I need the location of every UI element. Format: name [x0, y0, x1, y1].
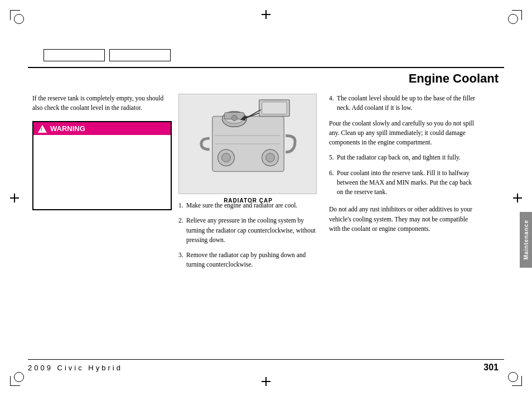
right-column: 4. The coolant level should be up to the…: [329, 94, 480, 234]
middle-instructions: 1. Make sure the engine and radiator are…: [178, 201, 318, 276]
page-title: Engine Coolant: [409, 71, 499, 86]
footer-model: 2009 Civic Hybrid: [28, 364, 123, 372]
steps-4-6: 4. The coolant level should be up to the…: [329, 94, 480, 197]
crosshair-top: [262, 10, 270, 19]
tab-boxes: [43, 49, 171, 61]
warning-label: WARNING: [50, 124, 85, 133]
warning-triangle-icon: [38, 125, 47, 133]
radiator-illustration: [179, 94, 316, 194]
footer: 2009 Civic Hybrid 301: [28, 363, 499, 373]
tab-box-2: [109, 49, 171, 61]
step-6: 6. Pour coolant into the reserve tank. F…: [329, 168, 480, 197]
tab-box-1: [43, 49, 105, 61]
footer-divider: [28, 359, 504, 360]
svg-rect-7: [262, 102, 287, 114]
circle-mark-tl: [14, 14, 24, 24]
step-2: 2. Relieve any pressure in the cooling s…: [178, 216, 318, 245]
warning-box: WARNING: [32, 121, 172, 210]
left-column: If the reserve tank is completely empty,…: [32, 94, 172, 216]
step-4-cont: Pour the coolant slowly and carefully so…: [329, 119, 480, 148]
crosshair-left: [10, 194, 19, 202]
maintenance-tab: Maintenance: [520, 212, 532, 268]
step-4a-text: The coolant level should be up to the ba…: [337, 95, 475, 111]
warning-body: [33, 135, 171, 207]
radiator-image: [178, 94, 317, 194]
step-3-text: Remove the radiator cap by pushing down …: [186, 252, 306, 268]
step-5-text: Put the radiator cap back on, and tighte…: [337, 154, 461, 161]
circle-mark-tr: [508, 14, 518, 24]
intro-text: If the reserve tank is completely empty,…: [32, 94, 172, 113]
svg-point-11: [222, 153, 231, 162]
svg-point-16: [231, 115, 237, 121]
crosshair-bottom: [262, 377, 270, 386]
step-3: 3. Remove the radiator cap by pushing do…: [178, 250, 318, 270]
step-4b-text: Pour the coolant slowly and carefully so…: [329, 120, 474, 146]
step-2-text: Relieve any pressure in the cooling syst…: [186, 217, 316, 243]
step-4: 4. The coolant level should be up to the…: [329, 94, 480, 113]
warning-header: WARNING: [33, 122, 171, 135]
image-area: RADIATOR CAP: [178, 94, 318, 204]
svg-point-13: [266, 153, 275, 162]
step-6-text: Pour coolant into the reserve tank. Fill…: [337, 170, 472, 196]
maintenance-tab-label: Maintenance: [523, 220, 529, 260]
steps-1-3: 1. Make sure the engine and radiator are…: [178, 201, 318, 270]
note-text: Do not add any rust inhibitors or other …: [329, 205, 480, 234]
step-5: 5. Put the radiator cap back on, and tig…: [329, 153, 480, 162]
circle-mark-bl: [14, 372, 24, 382]
step-1-text: Make sure the engine and radiator are co…: [186, 202, 297, 209]
circle-mark-br: [508, 372, 518, 382]
step-1: 1. Make sure the engine and radiator are…: [178, 201, 318, 210]
header-divider: [28, 67, 504, 68]
crosshair-right: [513, 194, 522, 202]
footer-page-number: 301: [483, 363, 499, 373]
